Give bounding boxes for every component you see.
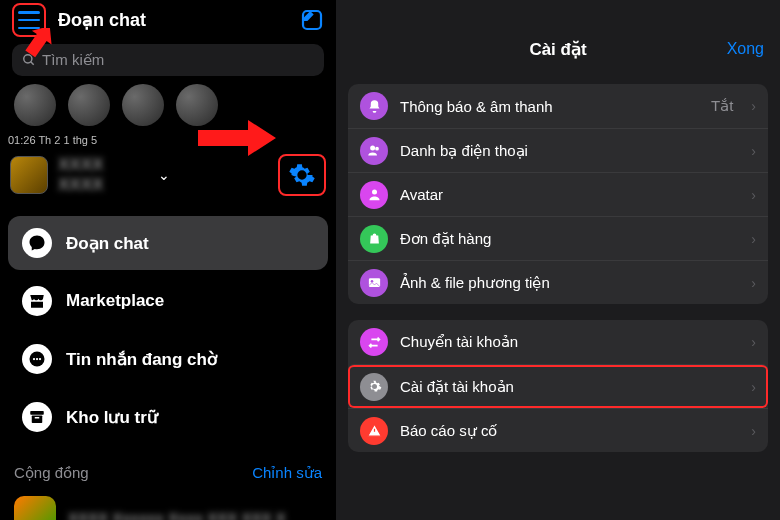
settings-row-orders[interactable]: Đơn đặt hàng › — [348, 216, 768, 260]
settings-group: Thông báo & âm thanh Tắt › Danh bạ điện … — [348, 84, 768, 304]
compose-icon[interactable] — [300, 8, 324, 32]
settings-button[interactable] — [278, 154, 326, 196]
chevron-down-icon[interactable]: ⌄ — [158, 167, 170, 183]
status-time: 01:26 Th 2 1 thg 5 — [0, 132, 336, 148]
svg-point-12 — [370, 146, 375, 151]
svg-rect-7 — [30, 411, 44, 415]
nav-label: Tin nhắn đang chờ — [66, 349, 217, 370]
settings-row-contacts[interactable]: Danh bạ điện thoại › — [348, 128, 768, 172]
row-label: Ảnh & file phương tiện — [400, 274, 733, 292]
row-label: Chuyển tài khoản — [400, 333, 733, 351]
story-avatar[interactable] — [122, 84, 164, 126]
settings-row-media[interactable]: Ảnh & file phương tiện › — [348, 260, 768, 304]
chevron-right-icon: › — [751, 143, 756, 159]
settings-row-switch-account[interactable]: Chuyển tài khoản › — [348, 320, 768, 364]
hamburger-icon — [18, 11, 40, 29]
chevron-right-icon: › — [751, 187, 756, 203]
chevron-right-icon: › — [751, 275, 756, 291]
annotation-arrow — [23, 28, 67, 62]
chevron-right-icon: › — [751, 231, 756, 247]
shop-icon — [22, 286, 52, 316]
community-thumb — [14, 496, 56, 520]
avatar-icon — [360, 181, 388, 209]
settings-title: Cài đặt — [529, 39, 586, 60]
svg-marker-11 — [198, 120, 276, 156]
media-icon — [360, 269, 388, 297]
gear-icon — [360, 373, 388, 401]
requests-icon — [22, 344, 52, 374]
nav-label: Kho lưu trữ — [66, 407, 158, 428]
row-label: Danh bạ điện thoại — [400, 142, 733, 160]
svg-marker-10 — [23, 28, 60, 61]
row-label: Báo cáo sự cố — [400, 422, 733, 440]
profile-picture[interactable] — [10, 156, 48, 194]
nav-marketplace[interactable]: Marketplace — [8, 274, 328, 328]
row-label: Thông báo & âm thanh — [400, 98, 699, 115]
story-avatar[interactable] — [68, 84, 110, 126]
svg-rect-9 — [35, 417, 40, 419]
switch-icon — [360, 328, 388, 356]
community-edit[interactable]: Chỉnh sửa — [252, 464, 322, 482]
nav-label: Marketplace — [66, 291, 164, 311]
nav-archive[interactable]: Kho lưu trữ — [8, 390, 328, 444]
settings-group: Chuyển tài khoản › Cài đặt tài khoản › B… — [348, 320, 768, 452]
svg-line-2 — [31, 62, 34, 65]
stories-row — [0, 84, 336, 132]
chat-icon — [22, 228, 52, 258]
svg-point-14 — [372, 190, 377, 195]
chevron-right-icon: › — [751, 423, 756, 439]
chevron-right-icon: › — [751, 334, 756, 350]
row-label: Avatar — [400, 186, 733, 203]
nav-message-requests[interactable]: Tin nhắn đang chờ — [8, 332, 328, 386]
svg-point-6 — [39, 358, 41, 360]
bag-icon — [360, 225, 388, 253]
row-label: Cài đặt tài khoản — [400, 378, 733, 396]
done-button[interactable]: Xong — [727, 40, 764, 58]
svg-point-4 — [33, 358, 35, 360]
chevron-right-icon: › — [751, 98, 756, 114]
chats-title: Đoạn chat — [58, 9, 288, 31]
alert-icon — [360, 417, 388, 445]
svg-point-13 — [375, 147, 379, 151]
settings-row-report[interactable]: Báo cáo sự cố › — [348, 408, 768, 452]
settings-row-account-settings[interactable]: Cài đặt tài khoản › — [348, 364, 768, 408]
community-item[interactable]: XXXX Xxxxxx Xxxx XXX XXX X — [0, 488, 336, 520]
svg-rect-8 — [32, 416, 43, 424]
row-value: Tắt — [711, 97, 733, 115]
row-label: Đơn đặt hàng — [400, 230, 733, 248]
nav-label: Đoạn chat — [66, 233, 149, 254]
community-label: Cộng đồng — [14, 464, 89, 482]
gear-icon — [288, 161, 316, 189]
settings-row-avatar[interactable]: Avatar › — [348, 172, 768, 216]
contacts-icon — [360, 137, 388, 165]
profile-name: XXXX XXXX — [58, 155, 146, 195]
settings-row-notifications[interactable]: Thông báo & âm thanh Tắt › — [348, 84, 768, 128]
story-avatar[interactable] — [14, 84, 56, 126]
archive-icon — [22, 402, 52, 432]
bell-icon — [360, 92, 388, 120]
svg-point-5 — [36, 358, 38, 360]
nav-chats[interactable]: Đoạn chat — [8, 216, 328, 270]
annotation-arrow — [198, 118, 278, 158]
chevron-right-icon: › — [751, 379, 756, 395]
community-text: XXXX Xxxxxx Xxxx XXX XXX X — [68, 509, 286, 521]
